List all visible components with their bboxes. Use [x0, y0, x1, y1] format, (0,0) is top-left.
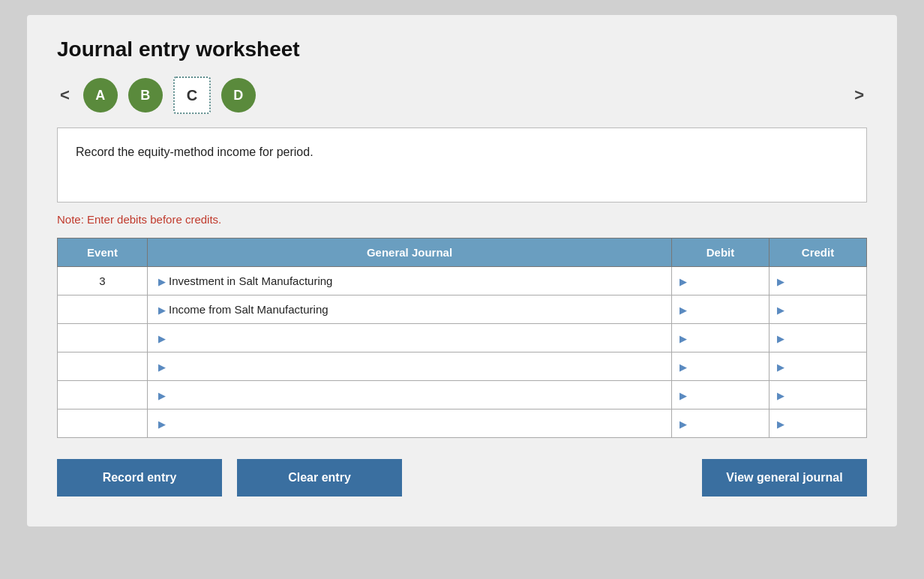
header-debit: Debit: [672, 238, 770, 267]
tab-nav: < A B C D >: [57, 76, 867, 114]
debit-arrow-icon: ▶: [680, 276, 687, 287]
header-event: Event: [58, 238, 148, 267]
debit-arrow-icon: ▶: [680, 362, 687, 373]
credit-cell[interactable]: ▶: [770, 267, 867, 296]
record-entry-button[interactable]: Record entry: [57, 459, 222, 496]
prev-arrow[interactable]: <: [57, 86, 73, 105]
credit-arrow-icon: ▶: [777, 276, 784, 287]
credit-cell[interactable]: ▶: [770, 352, 867, 381]
tab-b[interactable]: B: [128, 78, 163, 112]
buttons-row: Record entry Clear entry View general jo…: [57, 459, 867, 496]
journal-cell[interactable]: ▶: [148, 381, 672, 410]
event-cell: [58, 410, 148, 438]
event-cell: [58, 296, 148, 324]
row-arrow-icon: ▶: [158, 333, 166, 344]
page-container: Journal entry worksheet < A B C D > Reco…: [27, 15, 897, 526]
event-cell: [58, 324, 148, 352]
note-text: Note: Enter debits before credits.: [57, 213, 867, 226]
credit-cell[interactable]: ▶: [770, 296, 867, 324]
debit-cell[interactable]: ▶: [672, 296, 770, 324]
table-row: ▶▶▶: [58, 352, 867, 381]
credit-cell[interactable]: ▶: [770, 381, 867, 410]
journal-cell[interactable]: ▶: [148, 410, 672, 438]
table-row: ▶▶▶: [58, 324, 867, 352]
row-arrow-icon: ▶: [158, 390, 166, 401]
view-general-journal-button[interactable]: View general journal: [702, 459, 867, 496]
debit-cell[interactable]: ▶: [672, 324, 770, 352]
journal-cell[interactable]: ▶Income from Salt Manufacturing: [148, 296, 672, 324]
debit-arrow-icon: ▶: [680, 304, 687, 316]
credit-arrow-icon: ▶: [777, 390, 784, 401]
credit-cell[interactable]: ▶: [770, 410, 867, 438]
credit-cell[interactable]: ▶: [770, 324, 867, 352]
debit-arrow-icon: ▶: [680, 333, 687, 344]
description-box: Record the equity-method income for peri…: [57, 128, 867, 202]
event-cell: 3: [58, 267, 148, 296]
tab-c[interactable]: C: [173, 76, 211, 114]
table-row: ▶▶▶: [58, 381, 867, 410]
tab-d[interactable]: D: [221, 78, 256, 112]
credit-arrow-icon: ▶: [777, 333, 784, 344]
row-arrow-icon: ▶: [158, 418, 166, 430]
next-arrow[interactable]: >: [851, 86, 867, 105]
row-arrow-icon: ▶: [158, 304, 166, 316]
credit-arrow-icon: ▶: [777, 304, 784, 316]
debit-cell[interactable]: ▶: [672, 381, 770, 410]
row-arrow-icon: ▶: [158, 276, 166, 287]
journal-cell[interactable]: ▶: [148, 352, 672, 381]
debit-cell[interactable]: ▶: [672, 267, 770, 296]
credit-arrow-icon: ▶: [777, 362, 784, 373]
row-arrow-icon: ▶: [158, 362, 166, 373]
description-text: Record the equity-method income for peri…: [76, 146, 314, 158]
debit-cell[interactable]: ▶: [672, 410, 770, 438]
debit-cell[interactable]: ▶: [672, 352, 770, 381]
page-title: Journal entry worksheet: [57, 38, 867, 62]
debit-arrow-icon: ▶: [680, 418, 687, 430]
tab-a[interactable]: A: [83, 78, 118, 112]
event-cell: [58, 352, 148, 381]
journal-table: Event General Journal Debit Credit 3▶Inv…: [57, 238, 867, 438]
header-credit: Credit: [770, 238, 867, 267]
table-row: ▶▶▶: [58, 410, 867, 438]
header-journal: General Journal: [148, 238, 672, 267]
debit-arrow-icon: ▶: [680, 390, 687, 401]
credit-arrow-icon: ▶: [777, 418, 784, 430]
journal-cell[interactable]: ▶: [148, 324, 672, 352]
table-row: 3▶Investment in Salt Manufacturing▶▶: [58, 267, 867, 296]
event-cell: [58, 381, 148, 410]
journal-cell[interactable]: ▶Investment in Salt Manufacturing: [148, 267, 672, 296]
clear-entry-button[interactable]: Clear entry: [237, 459, 402, 496]
table-row: ▶Income from Salt Manufacturing▶▶: [58, 296, 867, 324]
